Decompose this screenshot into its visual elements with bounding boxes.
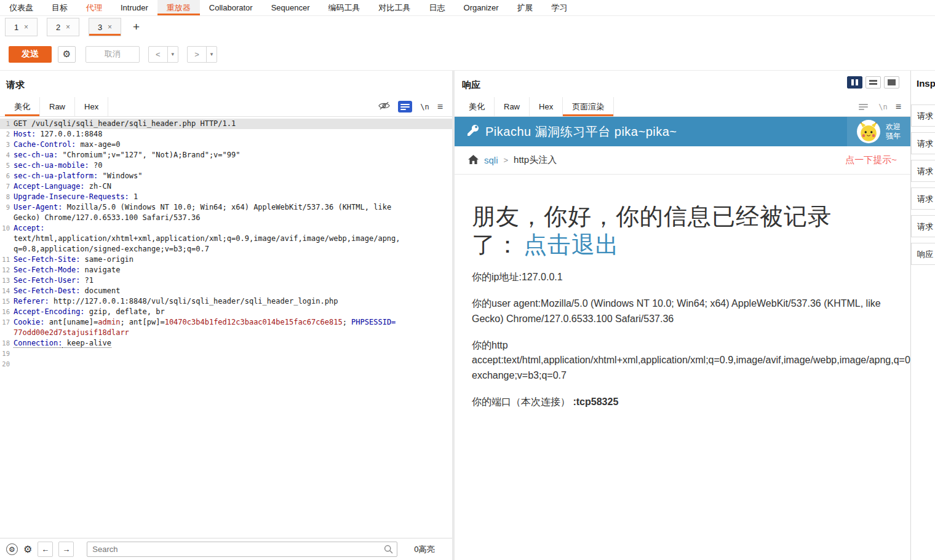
editor-tab[interactable]: Hex <box>75 97 108 116</box>
forward-button[interactable]: > ▾ <box>187 46 217 63</box>
inspector-section[interactable]: 请求 <box>911 132 935 154</box>
welcome-text: 欢迎 骚年 <box>886 122 901 141</box>
menu-tab[interactable]: Organizer <box>455 0 508 15</box>
menu-tab[interactable]: 学习 <box>543 0 577 15</box>
line-number: 10 <box>0 223 14 234</box>
inspector-section[interactable]: 请求 <box>911 105 935 127</box>
close-icon[interactable]: × <box>24 23 28 31</box>
response-tabs-row: 美化RawHex页面渲染 \n ≡ <box>455 97 910 117</box>
code-line: 11Sec-Fetch-Site: same-origin <box>0 254 452 265</box>
prev-match-button[interactable]: ← <box>38 542 53 557</box>
logout-link[interactable]: 点击退出 <box>523 232 619 258</box>
line-number: 17 <box>0 317 14 328</box>
breadcrumb-current-page: http头注入 <box>514 154 557 166</box>
hide-content-icon[interactable] <box>378 101 390 112</box>
burp-window: 仪表盘目标代理Intruder重放器CollaboratorSequencer编… <box>0 0 935 560</box>
caret-down-icon[interactable]: ▾ <box>206 47 217 62</box>
caret-down-icon[interactable]: ▾ <box>167 47 178 62</box>
repeater-tab[interactable]: 1× <box>5 18 38 36</box>
line-text: Cache-Control: max-age=0 <box>14 140 120 150</box>
gear-icon[interactable]: ⚙ <box>23 545 32 554</box>
search-icon <box>384 545 393 556</box>
menu-tab[interactable]: 对比工具 <box>370 0 420 15</box>
editor-tab[interactable]: 页面渲染 <box>563 97 614 116</box>
repeater-tab-label: 1 <box>14 23 18 32</box>
next-match-button[interactable]: → <box>58 542 74 557</box>
menu-tab[interactable]: 目标 <box>42 0 77 15</box>
code-line: 1GET /vul/sqli/sqli_header/sqli_header.p… <box>0 119 452 129</box>
user-menu[interactable]: 欢迎 骚年 <box>847 117 910 146</box>
menu-tab[interactable]: 代理 <box>77 0 111 15</box>
menu-tab[interactable]: Sequencer <box>262 0 319 15</box>
search-input[interactable] <box>87 542 397 557</box>
layout-single-button[interactable] <box>884 76 899 89</box>
editor-tab[interactable]: 美化 <box>5 97 40 116</box>
line-text: sec-ch-ua-platform: "Windows" <box>14 171 143 181</box>
breadcrumb-section-link[interactable]: sqli <box>484 155 498 165</box>
back-button[interactable]: < ▾ <box>148 46 178 63</box>
repeater-tab[interactable]: 2× <box>47 18 79 36</box>
prettify-format-icon[interactable] <box>856 101 870 112</box>
editor-menu-icon[interactable]: ≡ <box>437 101 443 112</box>
line-text: q=0.8,application/signed-exchange;v=b3;q… <box>14 244 209 254</box>
code-line: 17Cookie: ant[uname]=admin; ant[pw]=1047… <box>0 317 452 328</box>
menu-tab[interactable]: Intruder <box>111 0 157 15</box>
hint-link[interactable]: 点一下提示~ <box>845 154 897 166</box>
code-line: Gecko) Chrome/127.0.6533.100 Safari/537.… <box>0 213 452 223</box>
layout-rows-button[interactable] <box>865 76 881 89</box>
editor-settings-icon[interactable]: ⚙ <box>6 543 18 555</box>
search-field-wrap <box>87 542 397 557</box>
line-text: Accept: <box>14 223 45 234</box>
highlight-count: 0高亮 <box>414 544 434 555</box>
line-text: text/html,application/xhtml+xml,applicat… <box>14 234 400 244</box>
repeater-tab[interactable]: 3× <box>89 18 121 36</box>
line-text: Sec-Fetch-Dest: document <box>14 286 120 296</box>
nonprintable-chars-icon[interactable]: \n <box>420 103 429 111</box>
nonprintable-chars-icon[interactable]: \n <box>878 103 887 111</box>
inspector-section[interactable]: 请求 <box>911 160 935 182</box>
code-line: 18Connection: keep-alive <box>0 338 452 349</box>
request-editor[interactable]: 1GET /vul/sqli/sqli_header/sqli_header.p… <box>0 117 452 538</box>
editor-tab[interactable]: Hex <box>530 97 563 116</box>
menu-tab[interactable]: 扩展 <box>508 0 543 15</box>
close-icon[interactable]: × <box>66 23 70 31</box>
user-agent-info-line: 你的user agent:Mozilla/5.0 (Windows NT 10.… <box>472 296 905 327</box>
menu-tab[interactable]: 日志 <box>420 0 455 15</box>
editor-tab[interactable]: 美化 <box>460 97 495 116</box>
forward-label: > <box>188 47 206 62</box>
layout-columns-button[interactable] <box>847 76 862 89</box>
inspector-section[interactable]: 请求 <box>911 187 935 210</box>
editor-tab[interactable]: Raw <box>40 97 75 116</box>
page-content: 朋友，你好，你的信息已经被记录了：点击退出 你的ip地址:127.0.0.1 你… <box>455 175 910 410</box>
inspector-title: Insp <box>911 78 935 89</box>
inspector-section[interactable]: 响应 <box>911 243 935 265</box>
line-text: 77odd00e2d7stajusif18dlarr <box>14 328 129 338</box>
home-icon[interactable] <box>468 155 479 166</box>
line-text: sec-ch-ua: "Chromium";v="127", "Not)A;Br… <box>14 150 240 160</box>
close-icon[interactable]: × <box>108 23 112 31</box>
menu-tab[interactable]: Collaborator <box>200 0 262 15</box>
prettify-format-icon[interactable] <box>398 101 412 112</box>
layout-buttons <box>847 76 899 89</box>
inspector-sections: 请求请求请求请求请求响应 <box>911 105 935 265</box>
gear-icon: ⚙ <box>63 49 71 60</box>
line-number <box>0 213 14 223</box>
add-tab-button[interactable]: + <box>130 20 142 34</box>
line-number <box>0 234 14 244</box>
menu-tab[interactable]: 仪表盘 <box>0 0 42 15</box>
editor-menu-icon[interactable]: ≡ <box>896 101 901 112</box>
response-panel-title: 响应 <box>455 71 480 97</box>
send-settings-button[interactable]: ⚙ <box>58 46 76 63</box>
line-text: Accept-Language: zh-CN <box>14 181 111 192</box>
menu-tab[interactable]: 编码工具 <box>319 0 370 15</box>
inspector-section[interactable]: 请求 <box>911 215 935 237</box>
line-number <box>0 328 14 338</box>
line-text: sec-ch-ua-mobile: ?0 <box>14 160 103 171</box>
editor-tab[interactable]: Raw <box>495 97 530 116</box>
pikachu-navbar: Pikachu 漏洞练习平台 pika~pika~ <box>455 117 910 146</box>
send-button[interactable]: 发送 <box>9 46 52 63</box>
recorded-message-heading: 朋友，你好，你的信息已经被记录了：点击退出 <box>472 203 865 259</box>
cancel-button[interactable]: 取消 <box>86 46 140 63</box>
code-line: 3Cache-Control: max-age=0 <box>0 140 452 150</box>
menu-tab[interactable]: 重放器 <box>157 0 200 15</box>
